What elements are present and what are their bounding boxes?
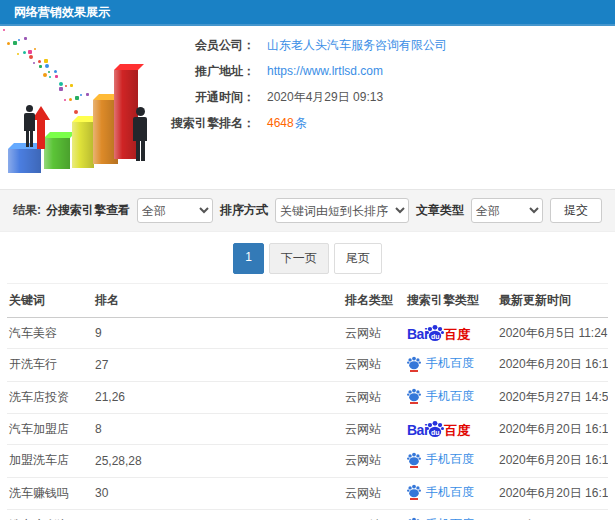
updated-cell: 2020年6月20日 16:12 [497, 477, 608, 510]
mobile-baidu-paw-icon [407, 388, 421, 404]
engine-cell: Baidu百度 [405, 318, 497, 349]
engine-cell: 手机百度 [405, 445, 497, 478]
page-button-1[interactable]: 1 [233, 243, 264, 274]
keyword-cell: 开洗车行 [7, 349, 93, 382]
engine-cell: 手机百度 [405, 349, 497, 382]
keyword-cell: 汽车美容 [7, 318, 93, 349]
filter-bar: 结果: 分搜索引擎查看 全部 排序方式 关键词由短到长排序 文章类型 全部 提交 [0, 189, 615, 232]
mobile-baidu-logo: 手机百度 [407, 355, 474, 372]
submit-button[interactable]: 提交 [550, 198, 602, 223]
rank-type-cell: 云网站 [343, 445, 405, 478]
engine-rank-label: 搜索引擎排名： [165, 114, 255, 132]
rank-type-cell: 云网站 [343, 414, 405, 445]
pagination: 1 下一页 尾页 [0, 243, 615, 274]
table-row[interactable]: 汽车加盟店 8 云网站 Baidu百度 2020年6月20日 16:12 [7, 414, 608, 445]
sort-filter-select[interactable]: 关键词由短到长排序 [275, 198, 409, 223]
column-header-keyword: 关键词 [7, 284, 93, 318]
mobile-baidu-paw-icon [407, 452, 421, 468]
bar-chart-illustration [0, 26, 165, 186]
engine-filter-select[interactable]: 全部 [137, 198, 213, 223]
mobile-baidu-logo: 手机百度 [407, 451, 474, 468]
keyword-cell: 洗车赚钱吗 [7, 477, 93, 510]
baidu-paw-icon: du [426, 324, 444, 342]
url-label: 推广地址： [165, 62, 255, 80]
rank-type-cell: 云网站 [343, 477, 405, 510]
table-row[interactable]: 洗车店利润 30 云网站 手机百度 2020年6月18日 14:27 [7, 510, 608, 520]
info-row-opened: 开通时间： 2020年4月29日 09:13 [165, 88, 615, 106]
updated-cell: 2020年5月27日 14:58 [497, 381, 608, 414]
info-row-company: 会员公司： 山东老人头汽车服务咨询有限公司 [165, 36, 615, 54]
engine-cell: 手机百度 [405, 477, 497, 510]
promotion-url-link[interactable]: https://www.lrtlsd.com [267, 62, 383, 80]
keyword-cell: 洗车店投资 [7, 381, 93, 414]
mobile-baidu-logo: 手机百度 [407, 516, 474, 520]
updated-cell: 2020年6月20日 16:16 [497, 349, 608, 382]
column-header-rank: 排名 [93, 284, 343, 318]
baidu-logo: Baidu百度 [407, 324, 470, 341]
rank-count: 4648 [267, 116, 294, 130]
info-row-url: 推广地址： https://www.lrtlsd.com [165, 62, 615, 80]
next-page-button[interactable]: 下一页 [269, 243, 329, 274]
table-row[interactable]: 洗车赚钱吗 30 云网站 手机百度 2020年6月20日 16:12 [7, 477, 608, 510]
updated-cell: 2020年6月20日 16:11 [497, 445, 608, 478]
rank-cell[interactable]: 21,26 [93, 381, 343, 414]
mobile-baidu-paw-icon [407, 484, 421, 500]
engine-rank-value: 4648条 [267, 114, 307, 132]
rank-type-cell: 云网站 [343, 381, 405, 414]
rank-type-cell: 云网站 [343, 349, 405, 382]
mobile-baidu-logo: 手机百度 [407, 388, 474, 405]
page: 网络营销效果展示 会员公司： 山东老人头汽车服务咨询有限公司 推广地址： htt… [0, 0, 615, 520]
table-body: 汽车美容 9 云网站 Baidu百度 2020年6月5日 11:24 开洗车行 … [7, 318, 608, 520]
table-row[interactable]: 洗车店投资 21,26 云网站 手机百度 2020年5月27日 14:58 [7, 381, 608, 414]
rank-cell[interactable]: 9 [93, 318, 343, 349]
table-row[interactable]: 开洗车行 27 云网站 手机百度 2020年6月20日 16:16 [7, 349, 608, 382]
keyword-cell: 洗车店利润 [7, 510, 93, 520]
article-type-label: 文章类型 [416, 202, 464, 219]
article-type-select[interactable]: 全部 [471, 198, 543, 223]
engine-cell: Baidu百度 [405, 414, 497, 445]
column-header-updated: 最新更新时间 [497, 284, 608, 318]
rank-cell[interactable]: 8 [93, 414, 343, 445]
results-label: 结果: [13, 202, 41, 219]
opened-value: 2020年4月29日 09:13 [267, 88, 383, 106]
baidu-logo: Baidu百度 [407, 420, 470, 437]
opened-label: 开通时间： [165, 88, 255, 106]
company-link[interactable]: 山东老人头汽车服务咨询有限公司 [267, 36, 447, 54]
rank-cell[interactable]: 30 [93, 510, 343, 520]
baidu-paw-icon: du [426, 420, 444, 438]
header-bar: 网络营销效果展示 [0, 0, 615, 26]
rank-unit: 条 [295, 116, 307, 130]
rank-cell[interactable]: 27 [93, 349, 343, 382]
table-row[interactable]: 汽车美容 9 云网站 Baidu百度 2020年6月5日 11:24 [7, 318, 608, 349]
page-title: 网络营销效果展示 [14, 4, 110, 21]
mobile-baidu-paw-icon [407, 517, 421, 520]
column-header-engine-type: 搜索引擎类型 [405, 284, 497, 318]
member-info-list: 会员公司： 山东老人头汽车服务咨询有限公司 推广地址： https://www.… [165, 26, 615, 189]
keyword-cell: 汽车加盟店 [7, 414, 93, 445]
mobile-baidu-paw-icon [407, 356, 421, 372]
column-header-rank-type: 排名类型 [343, 284, 405, 318]
info-row-rank: 搜索引擎排名： 4648条 [165, 114, 615, 132]
table-row[interactable]: 加盟洗车店 25,28,28 云网站 手机百度 2020年6月20日 16:11 [7, 445, 608, 478]
sort-filter-label: 排序方式 [220, 202, 268, 219]
info-section: 会员公司： 山东老人头汽车服务咨询有限公司 推广地址： https://www.… [0, 26, 615, 189]
keyword-cell: 加盟洗车店 [7, 445, 93, 478]
engine-cell: 手机百度 [405, 381, 497, 414]
rank-type-cell: 云网站 [343, 318, 405, 349]
updated-cell: 2020年6月5日 11:24 [497, 318, 608, 349]
updated-cell: 2020年6月18日 14:27 [497, 510, 608, 520]
filter-controls: 分搜索引擎查看 全部 排序方式 关键词由短到长排序 文章类型 全部 提交 [46, 198, 602, 223]
company-label: 会员公司： [165, 36, 255, 54]
table-header: 关键词 排名 排名类型 搜索引擎类型 最新更新时间 [7, 284, 608, 318]
rank-cell[interactable]: 30 [93, 477, 343, 510]
last-page-button[interactable]: 尾页 [334, 243, 382, 274]
engine-cell: 手机百度 [405, 510, 497, 520]
updated-cell: 2020年6月20日 16:12 [497, 414, 608, 445]
results-table: 关键词 排名 排名类型 搜索引擎类型 最新更新时间 汽车美容 9 云网站 Bai… [7, 283, 608, 520]
engine-filter-label: 分搜索引擎查看 [46, 202, 130, 219]
rank-cell[interactable]: 25,28,28 [93, 445, 343, 478]
rank-type-cell: 云网站 [343, 510, 405, 520]
mobile-baidu-logo: 手机百度 [407, 484, 474, 501]
